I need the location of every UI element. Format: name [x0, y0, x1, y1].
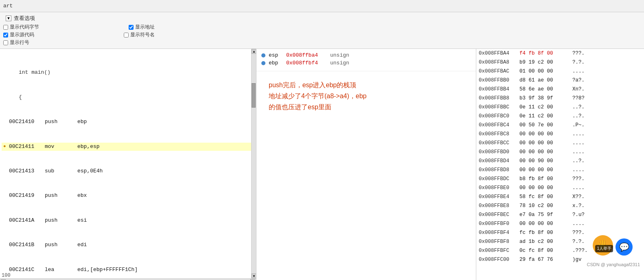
options-panel: ▼ 查看选项 显示代码字节 显示地址 显示源代码 显示符号名 显示行号 — [0, 12, 644, 49]
scroll-up-btn[interactable]: ▲ — [252, 49, 256, 54]
annotation-line-3: 的值也压进了esp里面 — [269, 101, 367, 112]
hex-row-12: 0x008FFBD4 00 00 90 00 ..?. — [476, 157, 644, 165]
reg-type-ebp: unsign — [330, 60, 349, 66]
hex-row-9: 0x008FFBC8 00 00 00 00 .... — [476, 130, 644, 139]
code-line-3: 00C21419 push ebx — [2, 192, 254, 200]
code-line-main-sig: int main() — [2, 68, 254, 77]
page-indicator: 100 — [2, 273, 11, 278]
hex-row-1: 0x008FFBA8 b9 19 c2 00 ?.?. — [476, 58, 644, 67]
hex-row-5: 0x008FFBB8 b3 9f 38 9f ??8? — [476, 94, 644, 103]
reg-dot-esp — [261, 53, 265, 57]
hex-row-18: 0x008FFBEC e7 0a 75 9f ?.u? — [476, 210, 644, 219]
code-line-5: 00C2141B push edi — [2, 241, 254, 249]
option-show-lineno[interactable]: 显示行号 — [3, 39, 29, 46]
reg-name-esp: esp — [269, 52, 283, 58]
hex-row-3: 0x008FFBB0 d8 61 ae 00 ?a?. — [476, 76, 644, 85]
checkbox-show-lineno[interactable] — [3, 40, 8, 45]
hex-row-15: 0x008FFBE0 00 00 00 00 .... — [476, 183, 644, 192]
hex-row-17: 0x008FFBE8 78 10 c2 00 x.?. — [476, 201, 644, 210]
chat-icon: 💬 — [619, 242, 629, 252]
top-bar-title: art — [3, 3, 13, 9]
hex-row-14: 0x008FFBDC b8 fb 8f 00 ???. — [476, 174, 644, 183]
hex-row-20: 0x008FFBF4 fc fb 8f 00 ???. — [476, 228, 644, 237]
reg-row-esp: esp 0x008ffba4 unsign — [261, 52, 471, 58]
option-show-address[interactable]: 显示地址 — [129, 24, 155, 31]
annotation-area: push完后，esp进入ebp的栈顶 地址减少了4个字节(a8->a4)，ebp… — [256, 71, 476, 280]
hex-row-0: 0x008FFBA4 f4 fb 8f 00 ???. — [476, 49, 644, 58]
hex-row-11: 0x008FFBD0 00 00 00 00 .... — [476, 148, 644, 157]
hex-row-10: 0x008FFBCC 00 00 00 00 .... — [476, 139, 644, 148]
collapse-button[interactable]: ▼ — [6, 15, 11, 21]
options-collapse-row: ▼ 查看选项 — [3, 14, 641, 24]
options-row-2: 显示源代码 显示符号名 — [3, 31, 641, 38]
code-scrollbar-h[interactable]: ◄ ► — [0, 278, 256, 280]
checkbox-show-source[interactable] — [3, 33, 8, 37]
hex-row-6: 0x008FFBBC 0e 11 c2 00 ..?. — [476, 103, 644, 112]
reg-row-ebp: ebp 0x008ffbf4 unsign — [261, 60, 471, 66]
reg-name-ebp: ebp — [269, 60, 283, 66]
scroll-down-btn[interactable]: ▼ — [252, 273, 256, 278]
code-panel: int main() { 00C21410 push ebp ● 00C2141… — [0, 49, 256, 280]
options-row-3: 显示行号 — [3, 39, 641, 46]
code-line-brace: { — [2, 93, 254, 101]
registers-area: esp 0x008ffba4 unsign ebp 0x008ffbf4 uns… — [256, 49, 476, 71]
code-line-4: 00C2141A push esi — [2, 216, 254, 225]
code-line-1: ● 00C21411 mov ebp,esp — [2, 143, 254, 151]
float-chat-button[interactable]: 💬 — [616, 238, 633, 256]
top-bar: art — [0, 0, 644, 12]
checkbox-show-code-bytes[interactable] — [3, 25, 8, 30]
code-line-6: 00C2141C lea edi,[ebp+FFFFFF1Ch] — [2, 266, 254, 274]
options-label: 查看选项 — [14, 15, 35, 22]
hand-label: 1人举手 — [595, 245, 613, 252]
checkbox-show-address[interactable] — [129, 25, 134, 30]
annotation-line-1: push完后，esp进入ebp的栈顶 — [269, 79, 367, 90]
checkbox-show-symbol[interactable] — [124, 33, 129, 37]
annotation-text: push完后，esp进入ebp的栈顶 地址减少了4个字节(a8->a4)，ebp… — [269, 79, 367, 113]
hex-row-7: 0x008FFBC0 0e 11 c2 00 ..?. — [476, 112, 644, 121]
option-show-symbol[interactable]: 显示符号名 — [124, 31, 155, 38]
hex-row-19: 0x008FFBF0 00 00 00 00 .... — [476, 219, 644, 228]
code-line-0: 00C21410 push ebp — [2, 118, 254, 126]
hex-row-13: 0x008FFBD8 00 00 00 00 .... — [476, 165, 644, 174]
hex-row-8: 0x008FFBC4 00 50 7e 00 .P~. — [476, 121, 644, 130]
reg-value-ebp: 0x008ffbf4 — [286, 60, 327, 66]
reg-dot-ebp — [261, 61, 265, 65]
hex-row-4: 0x008FFBB4 58 6e ae 00 Xn?. — [476, 85, 644, 94]
code-line-2: 00C21413 sub esp,0E4h — [2, 167, 254, 175]
watermark: CSDN @ yanghuagaf2311 — [587, 262, 640, 267]
reg-type-esp: unsign — [330, 52, 349, 58]
reg-value-esp: 0x008ffba4 — [286, 52, 327, 58]
code-scroll-area[interactable]: int main() { 00C21410 push ebp ● 00C2141… — [0, 49, 256, 278]
hex-row-16: 0x008FFBE4 58 fc 8f 00 X??. — [476, 192, 644, 201]
option-show-source[interactable]: 显示源代码 — [3, 31, 34, 38]
code-content: int main() { 00C21410 push ebp ● 00C2141… — [0, 49, 256, 278]
hex-row-2: 0x008FFBAC 01 00 00 00 .... — [476, 67, 644, 76]
scroll-thumb[interactable] — [252, 83, 256, 108]
code-scrollbar-v[interactable]: ▲ ▼ — [251, 49, 256, 278]
options-row-1: 显示代码字节 显示地址 — [3, 24, 641, 31]
main-layout: int main() { 00C21410 push ebp ● 00C2141… — [0, 49, 644, 280]
annotation-line-2: 地址减少了4个字节(a8->a4)，ebp — [269, 90, 367, 101]
option-show-code-bytes[interactable]: 显示代码字节 — [3, 24, 39, 31]
middle-panel: esp 0x008ffba4 unsign ebp 0x008ffbf4 uns… — [256, 49, 476, 280]
